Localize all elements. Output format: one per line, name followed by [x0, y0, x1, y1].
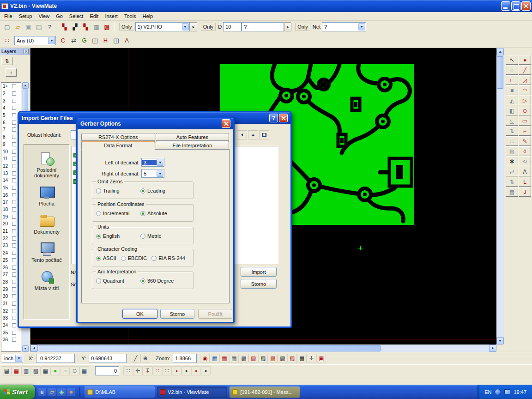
trace-grid-icon[interactable]: ◫	[111, 36, 121, 46]
pattern-2-icon[interactable]: ▨	[258, 354, 268, 363]
view-menu-icon[interactable]	[259, 130, 269, 139]
quicklaunch-ie-icon[interactable]: e	[38, 388, 46, 396]
dcode-table-icon[interactable]: ▧	[31, 366, 41, 375]
context-help-icon[interactable]: ?	[44, 22, 55, 32]
menu-view[interactable]: View	[35, 12, 53, 20]
language-indicator[interactable]: EN	[484, 389, 491, 395]
radio-quadrant[interactable]: Quadrant	[96, 278, 136, 284]
x-coordinate-field[interactable]: -0.942237	[36, 354, 75, 363]
scroll-down-icon[interactable]	[22, 345, 29, 352]
pencil-icon[interactable]: ✎	[519, 136, 531, 146]
zoom-out-icon[interactable]: ▦	[219, 354, 229, 363]
menu-help[interactable]: Help	[139, 12, 157, 20]
prev-dcode-button[interactable]: <	[284, 22, 291, 31]
layer-color-swatch[interactable]	[12, 331, 16, 335]
shear-icon[interactable]: ◧	[506, 106, 518, 115]
all-points-icon[interactable]: ▩	[102, 22, 112, 32]
tab-auto-features[interactable]: Auto Features	[156, 133, 230, 141]
pattern-1-icon[interactable]: ▨	[248, 354, 258, 363]
layer-color-swatch[interactable]	[12, 323, 16, 327]
zoom-field[interactable]: 1.8866	[173, 354, 197, 363]
layer-color-swatch[interactable]	[12, 215, 16, 219]
text-edit-icon[interactable]: A	[519, 167, 531, 176]
dropdown-arrow-icon[interactable]	[358, 23, 365, 30]
grid-snap-icon[interactable]: ▦	[79, 366, 89, 375]
dropdown-arrow-icon[interactable]	[15, 355, 22, 362]
radio-360-degree[interactable]: 360 Degree	[140, 278, 174, 284]
dropdown-arrow-icon[interactable]	[157, 170, 163, 177]
layer-row[interactable]: 2	[1, 90, 21, 97]
layer-color-swatch[interactable]	[12, 91, 16, 96]
layer-color-swatch[interactable]	[12, 229, 16, 233]
filled-rect-icon[interactable]: ■	[506, 85, 518, 95]
layer-color-swatch[interactable]	[12, 272, 16, 277]
layer-color-swatch[interactable]	[12, 243, 16, 248]
drop-marker-icon[interactable]: ↧	[143, 366, 152, 375]
select-flash-icon[interactable]: ▚	[80, 22, 91, 32]
radio-metric[interactable]: Metric	[140, 233, 161, 239]
y-coordinate-field[interactable]: 0.690643	[89, 354, 127, 363]
dropdown-arrow-icon[interactable]	[48, 37, 55, 44]
flip-icon[interactable]: ⇄	[506, 167, 518, 176]
dropdown-arrow-icon[interactable]	[182, 23, 189, 30]
layer-color-swatch[interactable]	[12, 178, 16, 182]
menu-insert[interactable]: Insert	[102, 12, 121, 20]
pattern-5-icon[interactable]: ▨	[287, 354, 297, 363]
help-button[interactable]: ?	[269, 114, 278, 122]
tray-app-icon[interactable]	[504, 389, 510, 394]
menu-go[interactable]: Go	[53, 12, 66, 20]
new-file-icon[interactable]: ▢	[2, 22, 12, 32]
layer-color-swatch[interactable]	[12, 222, 16, 226]
layer-color-swatch[interactable]	[12, 84, 16, 88]
line-icon[interactable]: ╱	[519, 65, 531, 75]
dot-grid-icon[interactable]: ∷	[123, 366, 133, 375]
radio-eia-rs-244[interactable]: EIA RS-244	[151, 255, 185, 261]
radio-english[interactable]: English	[96, 233, 136, 239]
layer-color-swatch[interactable]	[12, 236, 16, 241]
snap-icon[interactable]: ▣	[316, 354, 326, 363]
prev-layer-button[interactable]: <	[190, 22, 197, 31]
dialog-close-button[interactable]	[279, 114, 288, 122]
scroll-up-icon[interactable]	[496, 48, 504, 55]
pattern-4-icon[interactable]: ▨	[278, 354, 287, 363]
save-icon[interactable]: ▣	[23, 22, 34, 32]
dialog-close-button[interactable]	[222, 119, 230, 128]
target-icon[interactable]: ⊙	[519, 106, 531, 115]
layer-color-swatch[interactable]	[12, 157, 16, 161]
layer-color-swatch[interactable]	[12, 302, 16, 306]
layer-up-icon[interactable]: ↑	[6, 68, 17, 77]
erase-icon[interactable]: ◊	[519, 146, 531, 156]
layer-color-swatch[interactable]	[12, 287, 16, 291]
tab-rs274-x-options[interactable]: RS274-X Options	[81, 133, 155, 141]
layer-row[interactable]: 35	[1, 329, 21, 336]
flash-points-icon[interactable]: ▚	[59, 22, 70, 32]
corner-icon[interactable]: ⌐	[519, 126, 531, 136]
layer-color-swatch[interactable]	[12, 121, 16, 125]
group-tool-icon[interactable]: G	[79, 36, 90, 46]
cancel-button[interactable]: Storno	[160, 309, 194, 319]
import-cancel-button[interactable]: Storno	[241, 279, 277, 289]
export-icon[interactable]: ▤	[506, 187, 518, 197]
gear-icon[interactable]: ✱	[506, 157, 518, 166]
layer-color-swatch[interactable]	[12, 142, 16, 146]
units-combo[interactable]: inch	[2, 354, 23, 363]
layer-color-swatch[interactable]	[12, 200, 16, 204]
print-icon[interactable]: ▤	[34, 22, 44, 32]
swap-tool-icon[interactable]: ⇄	[68, 36, 79, 46]
layer-color-swatch[interactable]	[12, 171, 16, 175]
arc-icon[interactable]: ◠	[519, 85, 531, 95]
mirror-icon[interactable]: ◭	[506, 96, 518, 105]
layer-color-swatch[interactable]	[12, 127, 16, 132]
pad-pattern-1-icon[interactable]: ▪	[172, 366, 181, 375]
lamp-off-icon[interactable]: ○	[60, 366, 70, 375]
menu-file[interactable]: File	[1, 12, 16, 20]
pattern-8-icon[interactable]: ∷	[162, 366, 172, 375]
scroll-up-icon[interactable]	[22, 82, 29, 89]
quicklaunch-browser-icon[interactable]: ●	[67, 388, 75, 396]
layer-color-swatch[interactable]	[12, 316, 16, 320]
layer-row[interactable]: 1+	[1, 83, 21, 90]
left-of-decimal-combo[interactable]: 3	[141, 158, 164, 167]
origin-icon[interactable]: ⊕	[140, 354, 150, 363]
copy-tool-icon[interactable]: C	[58, 36, 68, 46]
net-combo[interactable]: ?	[322, 22, 366, 31]
